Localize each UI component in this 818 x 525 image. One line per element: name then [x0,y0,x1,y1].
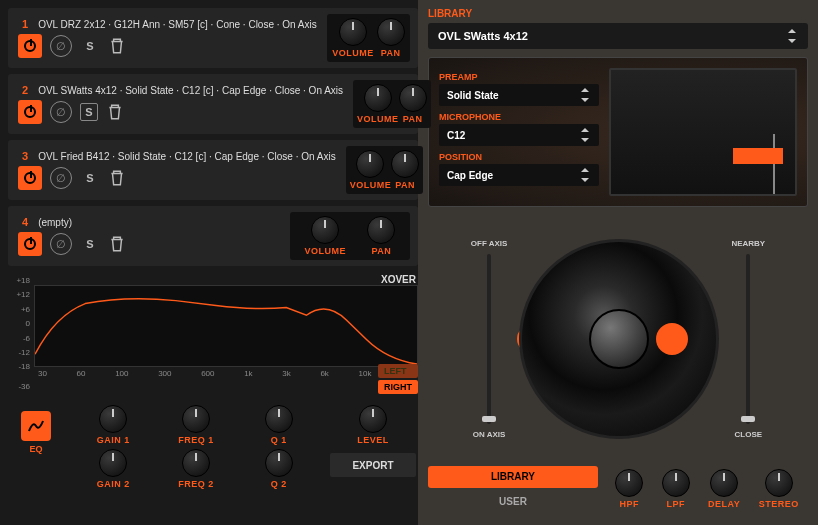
trash-button[interactable] [108,235,126,253]
solo-button[interactable]: S [80,36,100,56]
graph-x-axis: 30601003006001k3k6k10k20k [34,367,418,380]
right-channel-button[interactable]: RIGHT [378,380,418,394]
slot-description: OVL DRZ 2x12 · G12H Ann · SM57 [c] · Con… [38,19,317,30]
slot-2: 2 OVL SWatts 4x12 · Solid State · C12 [c… [8,74,418,134]
q1-knob[interactable] [265,405,293,433]
updown-icon [579,88,591,102]
distance-slider[interactable] [746,254,750,424]
gain2-knob[interactable] [99,449,127,477]
volume-knob[interactable] [339,18,367,46]
volume-label: VOLUME [332,48,374,58]
freq2-knob[interactable] [182,449,210,477]
phase-button[interactable]: ∅ [50,101,72,123]
stereo-knob[interactable] [765,469,793,497]
preamp-select[interactable]: Solid State [439,84,599,106]
position-label: POSITION [439,152,599,162]
phase-button[interactable]: ∅ [50,233,72,255]
left-channel-button[interactable]: LEFT [378,364,418,378]
solo-button[interactable]: S [80,234,100,254]
volume-knob[interactable] [356,150,384,178]
user-tab[interactable]: USER [428,491,598,513]
export-button[interactable]: EXPORT [330,453,416,477]
solo-button[interactable]: S [80,168,100,188]
library-selected: OVL SWatts 4x12 [438,30,528,42]
frequency-graph[interactable] [34,285,418,367]
slot-3: 3 OVL Fried B412 · Solid State · C12 [c]… [8,140,418,200]
slot-description: OVL SWatts 4x12 · Solid State · C12 [c] … [38,85,343,96]
axis-slider[interactable] [487,254,491,424]
slot-number: 4 [22,216,28,228]
pan-label: PAN [381,48,401,58]
slot-description: (empty) [38,217,280,228]
gain1-knob[interactable] [99,405,127,433]
updown-icon [786,29,798,43]
power-button[interactable] [18,34,42,58]
cabinet-image [609,68,797,196]
pan-knob[interactable] [391,150,419,178]
mic-target[interactable] [656,323,688,355]
nearby-label: NEARBY [731,239,765,248]
microphone-select[interactable]: C12 [439,124,599,146]
library-tab[interactable]: LIBRARY [428,466,598,488]
pan-knob[interactable] [367,216,395,244]
level-knob[interactable] [359,405,387,433]
lpf-knob[interactable] [662,469,690,497]
preview-box: PREAMP Solid State MICROPHONE C12 POSITI… [428,57,808,207]
slot-number: 1 [22,18,28,30]
freq1-knob[interactable] [182,405,210,433]
slot-number: 2 [22,84,28,96]
trash-button[interactable] [108,37,126,55]
pan-knob[interactable] [377,18,405,46]
trash-button[interactable] [106,103,124,121]
volume-knob[interactable] [364,84,392,112]
q2-knob[interactable] [265,449,293,477]
off-axis-label: OFF AXIS [471,239,508,248]
eq-toggle-button[interactable] [21,411,51,441]
microphone-label: MICROPHONE [439,112,599,122]
graph-y-axis: +18+12+60-6-12-18-36 [8,274,30,393]
trash-button[interactable] [108,169,126,187]
phase-button[interactable]: ∅ [50,167,72,189]
speaker-cone[interactable] [519,239,719,439]
power-button[interactable] [18,166,42,190]
slot-number: 3 [22,150,28,162]
slot-1: 1 OVL DRZ 2x12 · G12H Ann · SM57 [c] · C… [8,8,418,68]
updown-icon [579,168,591,182]
xover-label: XOVER [381,274,416,285]
library-header: LIBRARY [428,8,808,19]
slot-description: OVL Fried B412 · Solid State · C12 [c] ·… [38,151,336,162]
power-button[interactable] [18,100,42,124]
delay-knob[interactable] [710,469,738,497]
library-select[interactable]: OVL SWatts 4x12 [428,23,808,49]
slot-4: 4 (empty) ∅ S VOLUME PAN [8,206,418,266]
preamp-label: PREAMP [439,72,599,82]
updown-icon [579,128,591,142]
position-select[interactable]: Cap Edge [439,164,599,186]
pan-knob[interactable] [399,84,427,112]
power-button[interactable] [18,232,42,256]
hpf-knob[interactable] [615,469,643,497]
volume-knob[interactable] [311,216,339,244]
phase-button[interactable]: ∅ [50,35,72,57]
solo-button[interactable]: S [80,103,98,121]
eq-label: EQ [29,444,42,454]
close-label: CLOSE [735,430,763,439]
on-axis-label: ON AXIS [473,430,506,439]
